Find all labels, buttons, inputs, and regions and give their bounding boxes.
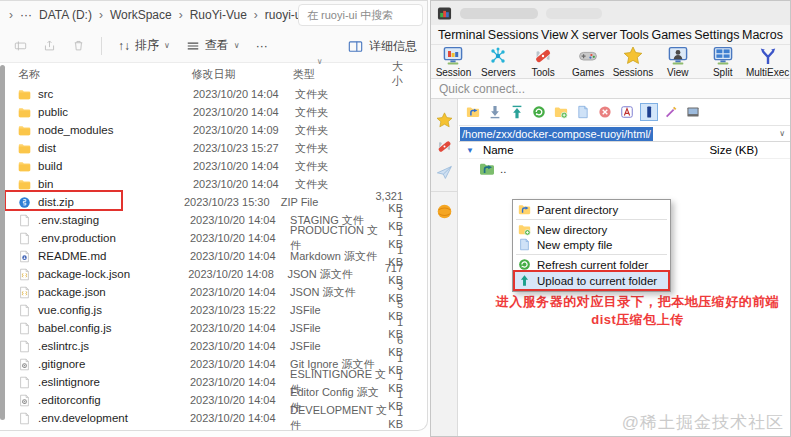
config-gear-icon	[18, 358, 31, 371]
games-button[interactable]: Games	[566, 46, 610, 78]
file-row[interactable]: .env.development2023/10/20 14:04DEVELOPM…	[0, 409, 419, 427]
menu-x-server[interactable]: X server	[571, 28, 618, 42]
chevron-down-icon[interactable]: ∨	[779, 129, 785, 138]
terminal-icon[interactable]	[684, 103, 702, 121]
folder-icon	[18, 142, 31, 155]
search-input[interactable]	[298, 4, 423, 26]
refresh-icon[interactable]	[530, 103, 548, 121]
sort-button[interactable]: ↑↓ 排序 ∨	[118, 37, 170, 54]
menu-games[interactable]: Games	[651, 28, 691, 42]
rename-icon[interactable]	[14, 39, 27, 52]
breadcrumb-item-workspace[interactable]: WorkSpace	[110, 8, 172, 22]
delete-icon[interactable]	[72, 39, 85, 52]
context-menu-refresh-current-folder[interactable]: Refresh current folder	[515, 257, 668, 272]
column-date[interactable]: 修改日期	[192, 67, 293, 82]
file-icon	[18, 214, 31, 227]
file-row[interactable]: babel.config.js2023/10/20 14:04JSFile1 K…	[0, 319, 419, 337]
parent-directory-row[interactable]: ..	[459, 159, 790, 178]
details-pane-icon	[348, 39, 363, 54]
split-button[interactable]: Split	[701, 46, 745, 78]
context-menu-parent-directory[interactable]: Parent directory	[515, 202, 668, 217]
file-date: 2023/10/23 15:30	[184, 196, 281, 208]
view-button[interactable]: View	[656, 46, 700, 78]
menu-macros[interactable]: Macros	[742, 28, 783, 42]
breadcrumb-item-drive[interactable]: DATA (D:)	[39, 8, 92, 22]
file-icon	[18, 340, 31, 353]
file-row[interactable]: build2023/10/20 14:04文件夹	[0, 157, 419, 175]
upload-icon[interactable]	[508, 103, 526, 121]
file-row[interactable]: package.json2023/10/20 14:04JSON 源文件3 KB	[0, 283, 419, 301]
sidebar-packages-tab[interactable]	[433, 198, 455, 224]
breadcrumb-item-ruoyi-vue[interactable]: RuoYi-Vue	[190, 8, 247, 22]
file-name: node_modules	[38, 124, 113, 136]
sidebar-sessions-tab[interactable]	[433, 107, 455, 133]
file-row[interactable]: src2023/10/20 14:04文件夹	[0, 85, 419, 103]
file-row[interactable]: .eslintrc.js2023/10/20 14:04JSFile6 KB	[0, 337, 419, 355]
rename-icon[interactable]	[618, 103, 636, 121]
zip-icon	[18, 196, 31, 209]
size-column-header[interactable]: Size (KB)	[709, 144, 758, 156]
edit-wand-icon[interactable]	[662, 103, 680, 121]
menu-sessions[interactable]: Sessions	[488, 28, 539, 42]
title-bar	[431, 1, 790, 25]
split-icon	[713, 46, 733, 66]
sessions-button[interactable]: Sessions	[611, 46, 655, 78]
file-row-dist-zip[interactable]: dist.zip2023/10/23 15:30ZIP File3,321 KB	[0, 193, 419, 211]
file-row[interactable]: package-lock.json2023/10/20 14:08JSON 源文…	[0, 265, 419, 283]
knife-icon	[436, 138, 453, 155]
view-button[interactable]: 查看 ∨	[186, 37, 240, 54]
file-type: 文件夹	[295, 141, 395, 156]
new-folder-icon	[518, 223, 531, 236]
file-date: 2023/10/20 14:04	[190, 340, 290, 352]
menu-tools[interactable]: Tools	[620, 28, 649, 42]
more-button[interactable]: ···	[256, 39, 268, 53]
column-name[interactable]: 名称	[18, 67, 192, 82]
sidebar-tools-tab[interactable]	[433, 133, 455, 159]
file-row[interactable]: dist2023/10/23 15:27文件夹	[0, 139, 419, 157]
file-row[interactable]: bin2023/10/20 14:04文件夹	[0, 175, 419, 193]
menu-view[interactable]: View	[541, 28, 568, 42]
chevron-right-icon[interactable]: ›	[9, 8, 13, 22]
multiexec-icon	[758, 46, 778, 66]
context-menu-new-empty-file[interactable]: New empty file	[515, 237, 668, 252]
new-folder-icon[interactable]	[552, 103, 570, 121]
parent-directory-icon[interactable]	[464, 103, 482, 121]
breadcrumb-overflow[interactable]: ···	[20, 8, 32, 22]
sort-descending-icon[interactable]: ▼	[466, 146, 474, 155]
split-label: Split	[713, 67, 732, 78]
chevron-right-icon: ›	[99, 8, 103, 22]
scrollbar[interactable]	[0, 65, 5, 420]
multiexec-button[interactable]: MultiExec	[746, 46, 790, 78]
file-name: package.json	[38, 286, 106, 298]
file-name: .gitignore	[38, 358, 85, 370]
remote-path-combobox[interactable]: /home/zxx/docker-compose-ruoyi/html/ ∨	[459, 125, 790, 142]
tools-button[interactable]: Tools	[521, 46, 565, 78]
delete-icon[interactable]	[596, 103, 614, 121]
session-button[interactable]: Session	[431, 46, 475, 78]
details-toggle[interactable]: 详细信息	[348, 29, 417, 63]
file-row[interactable]: .env.production2023/10/20 14:04PRODUCTIO…	[0, 229, 419, 247]
menu-settings[interactable]: Settings	[694, 28, 739, 42]
sftp-list-header: ▼ Name Size (KB)	[459, 142, 790, 159]
breadcrumb: › ··· DATA (D:) › WorkSpace › RuoYi-Vue …	[0, 1, 427, 29]
column-type[interactable]: ∨类型	[293, 67, 392, 82]
file-row[interactable]: public2023/10/20 14:04文件夹	[0, 103, 419, 121]
context-menu-new-directory[interactable]: New directory	[515, 222, 668, 237]
blurred-title	[546, 8, 602, 19]
new-file-icon[interactable]	[574, 103, 592, 121]
quick-connect-input[interactable]: Quick connect...	[431, 79, 790, 99]
name-column-header[interactable]: Name	[483, 144, 514, 156]
file-row[interactable]: README.md2023/10/20 14:04Markdown 源文件1 K…	[0, 247, 419, 265]
file-row[interactable]: vue.config.js2023/10/23 15:22JSFile5 KB	[0, 301, 419, 319]
sidebar-sftp-tab[interactable]	[433, 159, 455, 185]
download-icon[interactable]	[486, 103, 504, 121]
file-row[interactable]: node_modules2023/10/20 14:09文件夹	[0, 121, 419, 139]
menu-terminal[interactable]: Terminal	[438, 28, 485, 42]
ellipsis-icon: ···	[256, 39, 268, 53]
share-icon[interactable]	[43, 39, 56, 52]
properties-icon[interactable]	[640, 103, 658, 121]
file-name: public	[38, 106, 68, 118]
servers-button[interactable]: Servers	[476, 46, 520, 78]
sidebar-divider	[431, 191, 458, 192]
context-menu-upload-to-current-folder[interactable]: Upload to current folder	[515, 272, 668, 289]
